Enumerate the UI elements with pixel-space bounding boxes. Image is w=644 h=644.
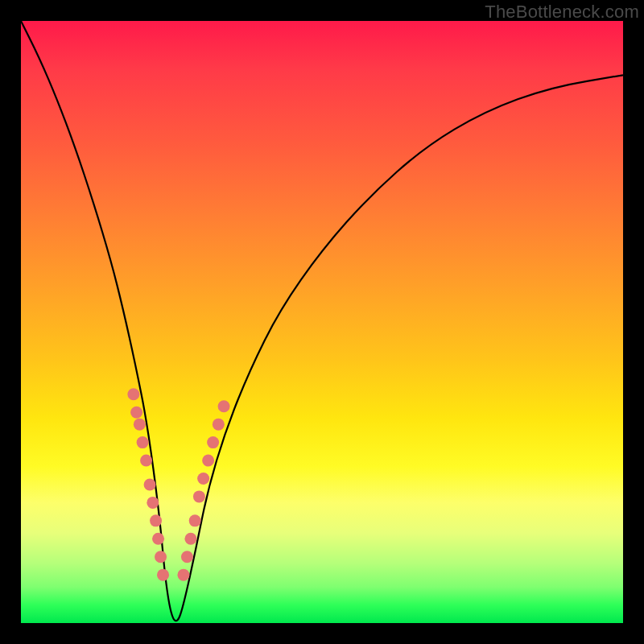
watermark-text: TheBottleneck.com (485, 2, 639, 23)
benchmark-dot (202, 455, 214, 467)
benchmark-dot (181, 551, 193, 563)
scatter-right-branch (177, 400, 229, 580)
benchmark-dot (155, 551, 167, 563)
benchmark-dot (197, 473, 209, 485)
benchmark-dot (150, 514, 162, 526)
benchmark-dot (134, 419, 146, 431)
benchmark-dot (144, 478, 156, 490)
benchmark-dot (193, 490, 205, 502)
benchmark-dot (213, 419, 225, 431)
benchmark-dot (127, 388, 139, 400)
chart-frame (21, 21, 623, 623)
benchmark-dot (189, 514, 201, 526)
benchmark-dot (184, 533, 196, 545)
benchmark-dot (177, 569, 189, 581)
benchmark-dot (152, 533, 164, 545)
benchmark-dot (140, 455, 152, 467)
benchmark-dot (137, 436, 149, 448)
benchmark-dot (218, 400, 230, 412)
benchmark-dot (157, 569, 169, 581)
bottleneck-curve (21, 21, 623, 621)
chart-overlay (21, 21, 623, 623)
benchmark-dot (130, 407, 142, 419)
scatter-left-branch (127, 388, 169, 580)
benchmark-dot (147, 497, 159, 509)
benchmark-dot (207, 436, 219, 448)
